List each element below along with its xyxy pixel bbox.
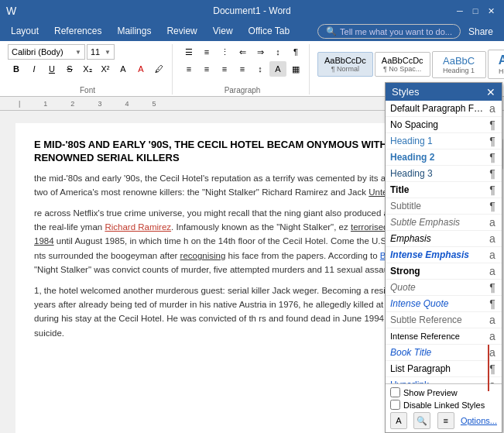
italic-button[interactable]: I [26, 61, 43, 77]
panel-action-buttons: A 🔍 ≡ Options... [390, 412, 497, 429]
manage-styles-button[interactable]: ≡ [437, 412, 454, 429]
align-center-button[interactable]: ≡ [198, 61, 215, 77]
style-heading2[interactable]: AaBb Heading 2 [488, 50, 504, 79]
bold-button[interactable]: B [8, 61, 25, 77]
numbering-button[interactable]: ≡ [198, 44, 215, 60]
list-item[interactable]: Default Paragraph Font a [386, 101, 502, 117]
sort-button[interactable]: ↕ [269, 44, 286, 60]
tab-mailings[interactable]: Mailings [109, 22, 159, 41]
subscript-button[interactable]: X₂ [79, 61, 96, 77]
style-name: Intense Emphasis [390, 249, 486, 260]
tell-me-placeholder: Tell me what you want to do... [340, 27, 452, 36]
strikethrough-button[interactable]: S [61, 61, 78, 77]
dropdown-arrow-size: ▼ [105, 49, 111, 56]
list-item-strong[interactable]: Strong a [386, 263, 502, 280]
tell-me-input[interactable]: 🔍 Tell me what you want to do... [317, 24, 461, 39]
list-item-quote[interactable]: Quote ¶ [386, 280, 502, 296]
shading-button[interactable]: A [269, 61, 286, 77]
style-h2-preview: AaBb [499, 53, 504, 67]
line-spacing-button[interactable]: ↕ [252, 61, 269, 77]
style-marker: a [488, 314, 497, 326]
style-nospace-preview: AaBbCcDc [382, 56, 423, 65]
list-item-intense-emphasis[interactable]: Intense Emphasis a [386, 247, 502, 263]
style-name: Book Title [390, 347, 486, 358]
tab-layout[interactable]: Layout [3, 22, 46, 41]
list-item-heading1[interactable]: Heading 1 ¶ [386, 133, 502, 149]
styles-panel-bottom: Show Preview Disable Linked Styles A 🔍 ≡… [386, 383, 502, 432]
tab-office-tab[interactable]: Office Tab [241, 22, 298, 41]
style-name: Quote [390, 282, 486, 293]
indent-decrease-button[interactable]: ⇐ [234, 44, 251, 60]
disable-linked-row: Disable Linked Styles [390, 400, 497, 410]
disable-linked-checkbox[interactable] [390, 400, 400, 410]
font-name-dropdown[interactable]: Calibri (Body) ▼ [8, 44, 85, 60]
style-inspector-button[interactable]: 🔍 [413, 412, 430, 429]
style-marker: ¶ [488, 167, 497, 180]
justify-button[interactable]: ≡ [234, 61, 251, 77]
style-marker: a [488, 330, 497, 342]
list-item-subtle-emphasis[interactable]: Subtle Emphasis a [386, 215, 502, 231]
list-item-intense-ref[interactable]: Intense Reference a [386, 328, 502, 345]
style-name: Intense Reference [390, 332, 486, 341]
list-item-heading3[interactable]: Heading 3 ¶ [386, 166, 502, 182]
list-item-book-title[interactable]: Book Title a [386, 345, 502, 361]
style-normal[interactable]: AaBbCcDc ¶ Normal [317, 52, 373, 77]
font-size-dropdown[interactable]: 11 ▼ [87, 44, 115, 60]
highlight-button[interactable]: 🖊 [150, 61, 167, 77]
align-left-button[interactable]: ≡ [180, 61, 197, 77]
style-marker: ¶ [488, 297, 497, 310]
align-right-button[interactable]: ≡ [216, 61, 233, 77]
tab-review[interactable]: Review [159, 22, 204, 41]
style-marker: a [488, 265, 497, 277]
tab-references[interactable]: References [46, 22, 109, 41]
clear-format-button[interactable]: A [115, 61, 132, 77]
show-marks-button[interactable]: ¶ [287, 44, 304, 60]
link-ramirez-red[interactable]: Richard Ramirez [105, 222, 171, 232]
underline-button[interactable]: U [43, 61, 60, 77]
paragraph-group-label: Paragraph [225, 84, 261, 95]
style-name: Heading 2 [390, 152, 486, 163]
style-name: List Paragraph [390, 363, 486, 374]
styles-list: Default Paragraph Font a No Spacing ¶ He… [386, 101, 502, 383]
list-item-heading2[interactable]: Heading 2 ¶ [386, 149, 502, 166]
style-name: Subtle Reference [390, 314, 486, 325]
list-item-subtitle[interactable]: Subtitle ¶ [386, 198, 502, 215]
list-item-intense-quote[interactable]: Intense Quote ¶ [386, 296, 502, 312]
show-preview-checkbox[interactable] [390, 387, 400, 397]
ribbon-tabs: Layout References Mailings Review View O… [0, 22, 504, 41]
disable-linked-label[interactable]: Disable Linked Styles [403, 400, 485, 410]
styles-panel: Styles ✕ Default Paragraph Font a No Spa… [385, 82, 502, 433]
style-h1-preview: AaBbC [443, 55, 475, 67]
options-button[interactable]: Options... [461, 416, 497, 425]
close-btn[interactable]: ✕ [484, 4, 498, 18]
style-heading1[interactable]: AaBbC Heading 1 [432, 51, 486, 78]
maximize-btn[interactable]: □ [468, 4, 482, 18]
style-nospace[interactable]: AaBbCcDc ¶ No Spac... [375, 52, 430, 77]
style-h2-label: Heading 2 [495, 67, 504, 75]
bullets-button[interactable]: ☰ [180, 44, 197, 60]
style-name: Heading 3 [390, 168, 486, 179]
list-item-hyperlink[interactable]: Hyperlink a [386, 377, 502, 383]
list-item-subtle-ref[interactable]: Subtle Reference a [386, 312, 502, 328]
borders-button[interactable]: ▦ [287, 61, 304, 77]
new-style-button[interactable]: A [390, 412, 407, 429]
indent-increase-button[interactable]: ⇒ [252, 44, 269, 60]
font-group: Calibri (Body) ▼ 11 ▼ B I U S X₂ X² A A … [3, 44, 173, 95]
list-item-emphasis[interactable]: Emphasis a [386, 231, 502, 247]
superscript-button[interactable]: X² [97, 61, 114, 77]
share-button[interactable]: Share [461, 22, 501, 41]
list-item-title[interactable]: Title ¶ [386, 182, 502, 198]
style-name: Heading 1 [390, 136, 486, 146]
style-normal-preview: AaBbCcDc [324, 56, 366, 65]
tab-view[interactable]: View [205, 22, 241, 41]
text-color-button[interactable]: A [132, 61, 149, 77]
multilevel-button[interactable]: ⋮ [216, 44, 233, 60]
show-preview-label[interactable]: Show Preview [403, 388, 458, 397]
styles-panel-close[interactable]: ✕ [486, 87, 495, 98]
minimize-btn[interactable]: ─ [453, 4, 467, 18]
list-item-list-para[interactable]: List Paragraph ¶ [386, 361, 502, 377]
list-item[interactable]: No Spacing ¶ [386, 117, 502, 133]
show-preview-row: Show Preview [390, 387, 497, 397]
style-marker: ¶ [488, 135, 497, 147]
style-marker: ¶ [488, 281, 497, 294]
